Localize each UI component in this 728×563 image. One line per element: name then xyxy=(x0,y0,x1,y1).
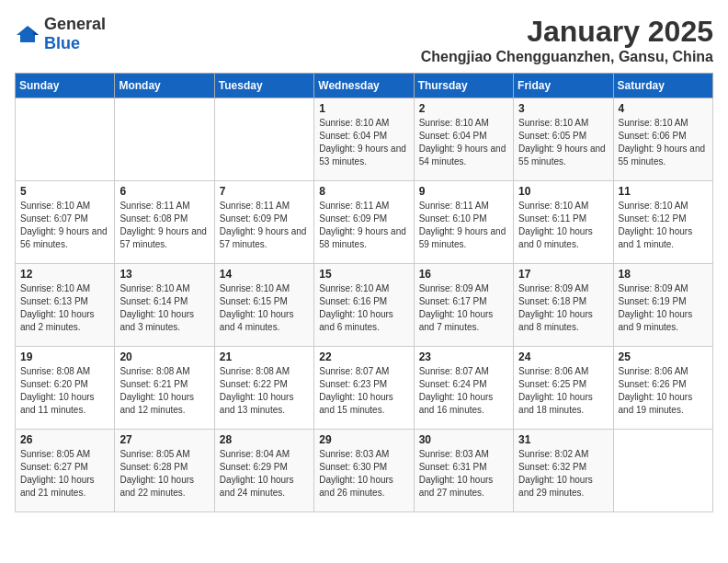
logo-blue: Blue xyxy=(44,34,80,52)
calendar-table: SundayMondayTuesdayWednesdayThursdayFrid… xyxy=(15,73,713,512)
day-cell: 31Sunrise: 8:02 AMSunset: 6:32 PMDayligh… xyxy=(514,430,613,512)
logo-general: General xyxy=(44,15,106,33)
day-info: Sunrise: 8:05 AMSunset: 6:27 PMDaylight:… xyxy=(20,448,109,500)
day-cell: 23Sunrise: 8:07 AMSunset: 6:24 PMDayligh… xyxy=(414,347,513,430)
day-number: 29 xyxy=(319,433,408,446)
weekday-header-row: SundayMondayTuesdayWednesdayThursdayFrid… xyxy=(16,74,713,98)
day-cell: 12Sunrise: 8:10 AMSunset: 6:13 PMDayligh… xyxy=(16,264,115,347)
day-info: Sunrise: 8:10 AMSunset: 6:07 PMDaylight:… xyxy=(20,200,109,251)
day-info: Sunrise: 8:09 AMSunset: 6:19 PMDaylight:… xyxy=(619,282,708,334)
day-info: Sunrise: 8:03 AMSunset: 6:30 PMDaylight:… xyxy=(319,448,408,500)
day-number: 13 xyxy=(119,268,209,281)
day-number: 21 xyxy=(220,350,309,363)
day-info: Sunrise: 8:11 AMSunset: 6:09 PMDaylight:… xyxy=(220,200,309,251)
day-info: Sunrise: 8:10 AMSunset: 6:13 PMDaylight:… xyxy=(20,282,109,334)
day-number: 1 xyxy=(319,102,408,115)
day-number: 30 xyxy=(419,433,508,446)
day-number: 10 xyxy=(518,185,608,198)
day-cell: 24Sunrise: 8:06 AMSunset: 6:25 PMDayligh… xyxy=(514,347,613,430)
day-number: 25 xyxy=(619,350,708,363)
day-cell xyxy=(214,98,313,181)
day-info: Sunrise: 8:10 AMSunset: 6:06 PMDaylight:… xyxy=(619,117,708,168)
day-info: Sunrise: 8:11 AMSunset: 6:10 PMDaylight:… xyxy=(419,200,508,251)
day-number: 6 xyxy=(119,185,209,198)
day-info: Sunrise: 8:10 AMSunset: 6:05 PMDaylight:… xyxy=(518,117,608,168)
day-info: Sunrise: 8:10 AMSunset: 6:16 PMDaylight:… xyxy=(319,282,408,334)
day-cell: 16Sunrise: 8:09 AMSunset: 6:17 PMDayligh… xyxy=(414,264,513,347)
day-number: 9 xyxy=(419,185,508,198)
weekday-wednesday: Wednesday xyxy=(314,74,414,98)
day-cell: 2Sunrise: 8:10 AMSunset: 6:04 PMDaylight… xyxy=(414,98,513,181)
day-cell: 27Sunrise: 8:05 AMSunset: 6:28 PMDayligh… xyxy=(115,430,214,512)
day-cell: 20Sunrise: 8:08 AMSunset: 6:21 PMDayligh… xyxy=(115,347,214,430)
day-cell: 26Sunrise: 8:05 AMSunset: 6:27 PMDayligh… xyxy=(16,430,115,512)
day-number: 24 xyxy=(518,350,608,363)
day-cell: 18Sunrise: 8:09 AMSunset: 6:19 PMDayligh… xyxy=(613,264,712,347)
day-cell: 28Sunrise: 8:04 AMSunset: 6:29 PMDayligh… xyxy=(214,430,313,512)
day-cell: 9Sunrise: 8:11 AMSunset: 6:10 PMDaylight… xyxy=(414,181,513,264)
day-info: Sunrise: 8:09 AMSunset: 6:17 PMDaylight:… xyxy=(419,282,508,334)
day-info: Sunrise: 8:08 AMSunset: 6:21 PMDaylight:… xyxy=(119,365,209,417)
day-number: 16 xyxy=(419,268,508,281)
title-block: January 2025 Chengjiao Chengguanzhen, Ga… xyxy=(421,15,713,65)
day-cell: 8Sunrise: 8:11 AMSunset: 6:09 PMDaylight… xyxy=(314,181,414,264)
day-cell: 15Sunrise: 8:10 AMSunset: 6:16 PMDayligh… xyxy=(314,264,414,347)
day-number: 7 xyxy=(220,185,309,198)
day-number: 31 xyxy=(518,433,608,446)
day-info: Sunrise: 8:11 AMSunset: 6:09 PMDaylight:… xyxy=(319,200,408,251)
day-cell: 17Sunrise: 8:09 AMSunset: 6:18 PMDayligh… xyxy=(514,264,613,347)
week-row-5: 26Sunrise: 8:05 AMSunset: 6:27 PMDayligh… xyxy=(16,430,713,512)
day-cell: 13Sunrise: 8:10 AMSunset: 6:14 PMDayligh… xyxy=(115,264,214,347)
day-cell: 29Sunrise: 8:03 AMSunset: 6:30 PMDayligh… xyxy=(314,430,414,512)
day-cell: 14Sunrise: 8:10 AMSunset: 6:15 PMDayligh… xyxy=(214,264,313,347)
calendar-title: January 2025 xyxy=(421,15,713,49)
weekday-sunday: Sunday xyxy=(16,74,115,98)
day-number: 14 xyxy=(220,268,309,281)
day-info: Sunrise: 8:07 AMSunset: 6:23 PMDaylight:… xyxy=(319,365,408,417)
week-row-1: 1Sunrise: 8:10 AMSunset: 6:04 PMDaylight… xyxy=(16,98,713,181)
calendar-body: 1Sunrise: 8:10 AMSunset: 6:04 PMDaylight… xyxy=(16,98,713,512)
logo: General Blue xyxy=(15,15,106,53)
day-number: 26 xyxy=(20,433,109,446)
day-info: Sunrise: 8:10 AMSunset: 6:12 PMDaylight:… xyxy=(619,200,708,251)
day-cell: 10Sunrise: 8:10 AMSunset: 6:11 PMDayligh… xyxy=(514,181,613,264)
day-number: 27 xyxy=(119,433,209,446)
day-cell: 1Sunrise: 8:10 AMSunset: 6:04 PMDaylight… xyxy=(314,98,414,181)
day-cell: 6Sunrise: 8:11 AMSunset: 6:08 PMDaylight… xyxy=(115,181,214,264)
day-number: 28 xyxy=(220,433,309,446)
page-header: General Blue January 2025 Chengjiao Chen… xyxy=(15,15,713,65)
day-cell: 3Sunrise: 8:10 AMSunset: 6:05 PMDaylight… xyxy=(514,98,613,181)
day-cell: 5Sunrise: 8:10 AMSunset: 6:07 PMDaylight… xyxy=(16,181,115,264)
day-info: Sunrise: 8:03 AMSunset: 6:31 PMDaylight:… xyxy=(419,448,508,500)
day-info: Sunrise: 8:08 AMSunset: 6:22 PMDaylight:… xyxy=(220,365,309,417)
day-cell: 30Sunrise: 8:03 AMSunset: 6:31 PMDayligh… xyxy=(414,430,513,512)
week-row-4: 19Sunrise: 8:08 AMSunset: 6:20 PMDayligh… xyxy=(16,347,713,430)
day-info: Sunrise: 8:10 AMSunset: 6:04 PMDaylight:… xyxy=(419,117,508,168)
day-info: Sunrise: 8:10 AMSunset: 6:15 PMDaylight:… xyxy=(220,282,309,334)
day-number: 19 xyxy=(20,350,109,363)
day-cell xyxy=(613,430,712,512)
day-info: Sunrise: 8:07 AMSunset: 6:24 PMDaylight:… xyxy=(419,365,508,417)
day-info: Sunrise: 8:09 AMSunset: 6:18 PMDaylight:… xyxy=(518,282,608,334)
day-number: 12 xyxy=(20,268,109,281)
day-number: 2 xyxy=(419,102,508,115)
day-info: Sunrise: 8:06 AMSunset: 6:25 PMDaylight:… xyxy=(518,365,608,417)
day-cell: 25Sunrise: 8:06 AMSunset: 6:26 PMDayligh… xyxy=(613,347,712,430)
day-info: Sunrise: 8:11 AMSunset: 6:08 PMDaylight:… xyxy=(119,200,209,251)
logo-icon xyxy=(15,24,40,44)
day-info: Sunrise: 8:06 AMSunset: 6:26 PMDaylight:… xyxy=(619,365,708,417)
week-row-2: 5Sunrise: 8:10 AMSunset: 6:07 PMDaylight… xyxy=(16,181,713,264)
day-number: 11 xyxy=(619,185,708,198)
day-number: 17 xyxy=(518,268,608,281)
day-cell xyxy=(16,98,115,181)
day-number: 3 xyxy=(518,102,608,115)
day-number: 18 xyxy=(619,268,708,281)
day-number: 20 xyxy=(119,350,209,363)
day-info: Sunrise: 8:02 AMSunset: 6:32 PMDaylight:… xyxy=(518,448,608,500)
calendar-subtitle: Chengjiao Chengguanzhen, Gansu, China xyxy=(421,49,713,65)
weekday-monday: Monday xyxy=(115,74,214,98)
day-cell: 4Sunrise: 8:10 AMSunset: 6:06 PMDaylight… xyxy=(613,98,712,181)
week-row-3: 12Sunrise: 8:10 AMSunset: 6:13 PMDayligh… xyxy=(16,264,713,347)
day-number: 23 xyxy=(419,350,508,363)
day-info: Sunrise: 8:08 AMSunset: 6:20 PMDaylight:… xyxy=(20,365,109,417)
